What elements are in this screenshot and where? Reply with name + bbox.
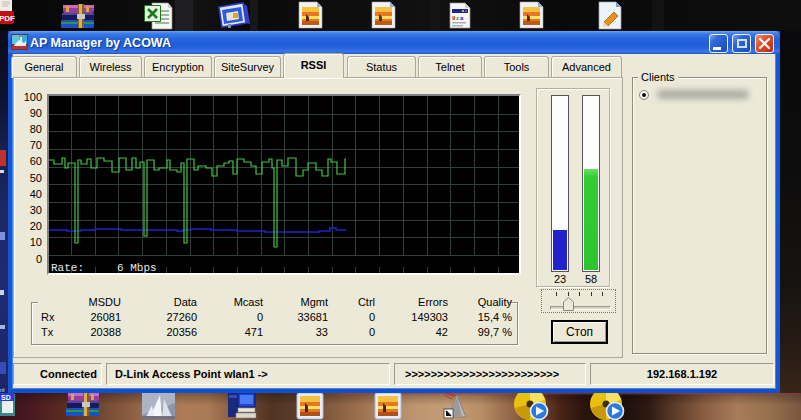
svg-text:PDF: PDF	[0, 14, 15, 23]
svg-text:nl: nl	[0, 387, 5, 393]
svg-text:z: z	[456, 15, 459, 21]
